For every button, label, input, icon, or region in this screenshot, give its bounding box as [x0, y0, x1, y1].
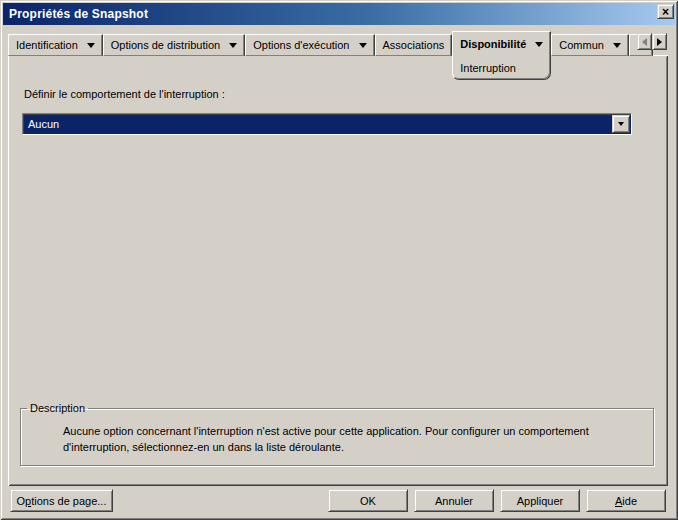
tab-scroll-left-button[interactable]: [637, 33, 652, 50]
tab-label: Identification: [16, 39, 78, 51]
tab-label: Options de distribution: [111, 39, 220, 51]
tab-label: Options d'exécution: [253, 39, 349, 51]
description-groupbox: Description Aucune option concernant l'i…: [20, 402, 654, 466]
tab-scroll-right-button[interactable]: [652, 33, 667, 50]
tab-associations[interactable]: Associations: [375, 34, 453, 56]
footer-button-group: OK Annuler Appliquer Aide: [328, 489, 666, 512]
tab-content-panel: Définir le comportement de l'interruptio…: [8, 55, 668, 486]
tab-bar: IdentificationOptions de distributionOpt…: [8, 30, 653, 56]
tab-commun[interactable]: Commun: [551, 34, 629, 56]
close-button[interactable]: ×: [657, 4, 674, 19]
subpage-item-interruption[interactable]: Interruption: [460, 62, 516, 74]
close-icon: ×: [662, 6, 669, 18]
snapshot-properties-dialog: Propriétés de Snapshot × IdentificationO…: [0, 0, 678, 520]
cancel-button[interactable]: Annuler: [414, 489, 494, 512]
active-tab-subpage-dropdown: Interruption: [452, 56, 551, 80]
scroll-left-icon: [642, 38, 647, 46]
help-button[interactable]: Aide: [586, 489, 666, 512]
window-title: Propriétés de Snapshot: [9, 7, 148, 21]
tab-disponibilit-[interactable]: DisponibilitéInterruption: [452, 31, 551, 56]
apply-button[interactable]: Appliquer: [500, 489, 580, 512]
tab-options-d-ex-cution[interactable]: Options d'exécution: [245, 34, 374, 56]
titlebar: Propriétés de Snapshot: [3, 3, 675, 25]
tab-label: Disponibilité: [460, 38, 526, 50]
tab-label: Associations: [383, 39, 445, 51]
page-options-button[interactable]: Options de page...: [10, 489, 113, 512]
chevron-down-icon: [87, 43, 95, 48]
chevron-down-icon: [613, 43, 621, 48]
chevron-down-icon: [359, 43, 367, 48]
description-legend: Description: [27, 402, 88, 414]
tab-scroll-buttons: [637, 33, 667, 50]
chevron-down-icon: [535, 42, 543, 47]
chevron-down-icon: [229, 43, 237, 48]
ok-button[interactable]: OK: [328, 489, 408, 512]
combobox-dropdown-button[interactable]: [612, 115, 630, 133]
tab-options-de-distribution[interactable]: Options de distribution: [103, 34, 245, 56]
description-text: Aucune option concernant l'interruption …: [63, 423, 623, 455]
chevron-down-icon: [618, 122, 624, 126]
interruption-behavior-label: Définir le comportement de l'interruptio…: [24, 88, 225, 100]
tab-label: Commun: [559, 39, 604, 51]
combobox-selected-value: Aucun: [26, 117, 609, 131]
tab-identification[interactable]: Identification: [8, 34, 103, 56]
interruption-behavior-combobox[interactable]: Aucun: [22, 113, 632, 135]
scroll-right-icon: [657, 38, 662, 46]
